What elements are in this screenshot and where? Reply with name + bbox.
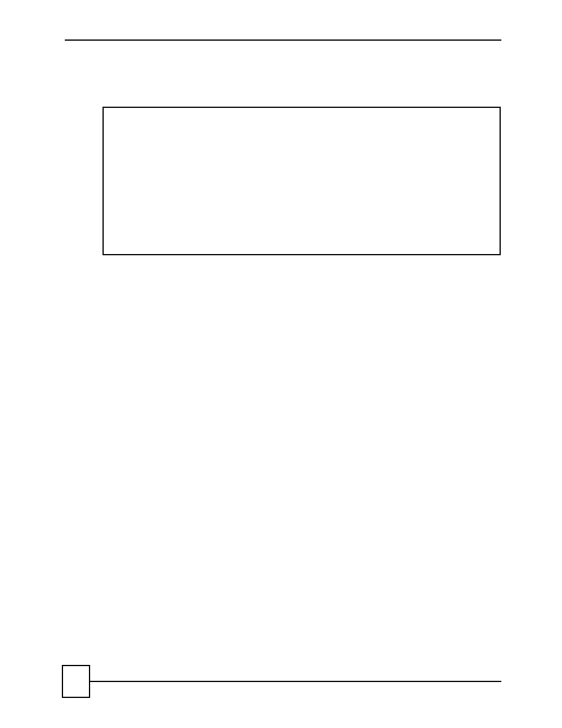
document-page xyxy=(0,0,562,728)
page-number-box xyxy=(62,665,90,698)
header-rule xyxy=(65,39,501,41)
footer-rule xyxy=(90,681,501,682)
content-box xyxy=(103,107,501,255)
footer xyxy=(62,665,501,698)
